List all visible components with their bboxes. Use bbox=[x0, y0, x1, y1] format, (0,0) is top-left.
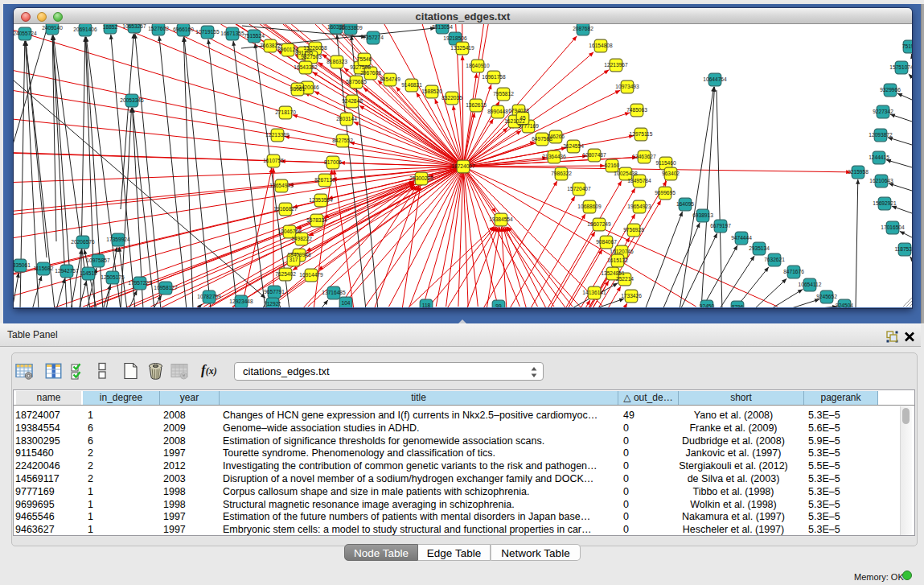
svg-text:15751074: 15751074 bbox=[889, 64, 912, 70]
svg-text:10975857: 10975857 bbox=[86, 257, 110, 263]
svg-text:18607249: 18607249 bbox=[587, 221, 611, 227]
svg-text:104: 104 bbox=[341, 300, 350, 306]
svg-text:2087682: 2087682 bbox=[573, 26, 593, 31]
svg-text:17016504: 17016504 bbox=[881, 225, 905, 230]
svg-text:9146821: 9146821 bbox=[401, 82, 422, 88]
svg-text:16033809: 16033809 bbox=[339, 25, 363, 31]
svg-text:8454749: 8454749 bbox=[380, 76, 400, 82]
svg-text:1733426: 1733426 bbox=[621, 293, 642, 299]
svg-text:924504: 924504 bbox=[836, 303, 853, 307]
svg-text:16543382: 16543382 bbox=[294, 64, 318, 70]
svg-text:45: 45 bbox=[519, 115, 526, 121]
svg-text:8322035: 8322035 bbox=[441, 95, 462, 101]
svg-text:2718170: 2718170 bbox=[275, 109, 296, 115]
svg-text:15692921: 15692921 bbox=[873, 200, 897, 206]
svg-text:1292: 1292 bbox=[267, 301, 279, 307]
svg-text:24055724: 24055724 bbox=[14, 31, 37, 36]
svg-text:12975115: 12975115 bbox=[630, 131, 653, 137]
svg-text:62160: 62160 bbox=[605, 163, 620, 168]
svg-text:8813054: 8813054 bbox=[432, 24, 453, 30]
svg-text:1610755: 1610755 bbox=[263, 158, 284, 163]
svg-text:9777169: 9777169 bbox=[518, 123, 539, 129]
svg-text:12093872: 12093872 bbox=[869, 132, 893, 138]
svg-text:12213369: 12213369 bbox=[265, 132, 290, 138]
svg-text:9242848: 9242848 bbox=[342, 98, 363, 104]
svg-text:8990448: 8990448 bbox=[487, 109, 508, 114]
svg-text:9115460: 9115460 bbox=[655, 160, 676, 166]
svg-text:13463627: 13463627 bbox=[632, 154, 656, 159]
svg-text:12353594: 12353594 bbox=[309, 197, 333, 203]
svg-text:8471676: 8471676 bbox=[783, 269, 804, 274]
svg-text:75196: 75196 bbox=[902, 43, 912, 49]
svg-text:1244415: 1244415 bbox=[869, 154, 889, 160]
svg-text:19218506: 19218506 bbox=[443, 35, 467, 41]
svg-text:12505175: 12505175 bbox=[101, 274, 125, 280]
svg-text:98961: 98961 bbox=[290, 86, 306, 92]
svg-text:6679197: 6679197 bbox=[710, 223, 731, 229]
svg-text:1362615: 1362615 bbox=[466, 102, 487, 108]
svg-text:16914479: 16914479 bbox=[299, 272, 323, 278]
svg-text:1835061: 1835061 bbox=[14, 262, 31, 268]
svg-text:19166827: 19166827 bbox=[273, 206, 298, 212]
svg-text:118: 118 bbox=[422, 303, 431, 307]
svg-text:25300295: 25300295 bbox=[409, 175, 433, 181]
svg-text:12942757: 12942757 bbox=[55, 268, 79, 274]
svg-text:2803144: 2803144 bbox=[336, 116, 357, 122]
svg-text:12923448: 12923448 bbox=[229, 299, 253, 304]
svg-text:10958127: 10958127 bbox=[154, 285, 178, 290]
svg-text:1187534: 1187534 bbox=[894, 246, 912, 252]
svg-text:1498222: 1498222 bbox=[291, 236, 312, 241]
svg-text:15720407: 15720407 bbox=[567, 186, 591, 192]
svg-text:99: 99 bbox=[495, 303, 502, 307]
svg-text:10719155: 10719155 bbox=[195, 29, 220, 35]
svg-text:13325419: 13325419 bbox=[450, 45, 474, 51]
svg-text:9699695: 9699695 bbox=[655, 190, 676, 196]
svg-text:817006: 817006 bbox=[324, 159, 342, 165]
svg-text:1615132: 1615132 bbox=[607, 257, 628, 263]
svg-text:10782759: 10782759 bbox=[197, 294, 221, 299]
svg-text:9227342: 9227342 bbox=[873, 109, 893, 114]
svg-text:9827503: 9827503 bbox=[301, 54, 322, 60]
svg-text:164095: 164095 bbox=[676, 201, 694, 207]
svg-text:7515524: 7515524 bbox=[244, 33, 265, 39]
svg-text:3215958: 3215958 bbox=[848, 169, 869, 175]
svg-text:8186323: 8186323 bbox=[326, 59, 347, 64]
svg-text:9329966: 9329966 bbox=[880, 87, 901, 93]
svg-text:16671355: 16671355 bbox=[220, 31, 244, 36]
svg-text:2967608: 2967608 bbox=[360, 70, 381, 76]
svg-text:16120746: 16120746 bbox=[610, 249, 634, 254]
svg-text:10644764: 10644764 bbox=[703, 76, 727, 82]
svg-text:17359924: 17359924 bbox=[106, 237, 130, 242]
svg-text:6794028: 6794028 bbox=[508, 108, 529, 113]
svg-text:75546: 75546 bbox=[357, 56, 372, 62]
svg-text:19654923: 19654923 bbox=[627, 204, 651, 209]
svg-text:6938913: 6938913 bbox=[692, 212, 713, 218]
svg-text:13226058: 13226058 bbox=[303, 45, 327, 51]
svg-text:18724007: 18724007 bbox=[451, 163, 475, 169]
svg-text:7485063: 7485063 bbox=[626, 107, 647, 113]
svg-text:14136141: 14136141 bbox=[582, 290, 606, 295]
svg-text:19384554: 19384554 bbox=[489, 216, 513, 222]
svg-text:9657791: 9657791 bbox=[264, 289, 285, 295]
svg-text:8796: 8796 bbox=[732, 304, 744, 307]
svg-text:10654112: 10654112 bbox=[799, 282, 822, 287]
svg-text:20206576: 20206576 bbox=[71, 239, 95, 245]
svg-text:8427552: 8427552 bbox=[332, 138, 353, 143]
svg-text:20691406: 20691406 bbox=[73, 27, 97, 32]
svg-text:10046766: 10046766 bbox=[277, 229, 302, 234]
svg-text:21364436: 21364436 bbox=[542, 154, 566, 159]
svg-text:18495784: 18495784 bbox=[627, 178, 651, 183]
svg-text:10973493: 10973493 bbox=[615, 84, 639, 89]
svg-text:18640910: 18640910 bbox=[466, 63, 490, 68]
svg-text:18852: 18852 bbox=[103, 24, 118, 30]
svg-text:9245652: 9245652 bbox=[816, 294, 837, 299]
svg-text:317: 317 bbox=[289, 257, 298, 262]
svg-text:6966160: 6966160 bbox=[173, 27, 194, 32]
svg-text:963402: 963402 bbox=[662, 171, 680, 176]
svg-text:9327508: 9327508 bbox=[350, 64, 371, 70]
svg-text:16210643: 16210643 bbox=[869, 178, 893, 183]
svg-text:10653267: 10653267 bbox=[122, 24, 146, 29]
svg-text:2409140: 2409140 bbox=[42, 25, 63, 31]
svg-text:16154808: 16154808 bbox=[589, 43, 613, 48]
svg-text:7955812: 7955812 bbox=[493, 91, 514, 97]
